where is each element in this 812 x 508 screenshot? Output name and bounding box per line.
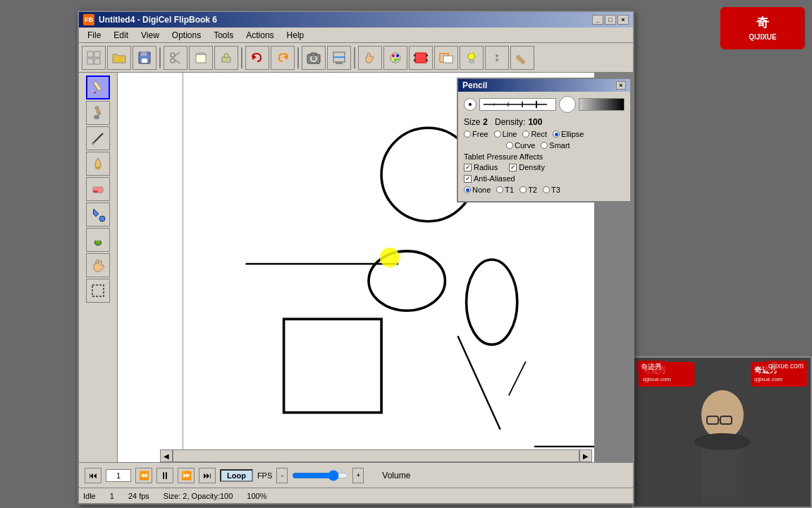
menu-options[interactable]: Options xyxy=(166,29,207,42)
title-bar: FB Untitled4 - DigiCel FlipBook 6 _ □ × xyxy=(79,12,633,28)
ink-tool[interactable] xyxy=(86,152,110,176)
toolbar-separator-1 xyxy=(159,47,161,68)
status-fps: 24 fps xyxy=(128,492,149,500)
radio-t2[interactable]: T2 xyxy=(519,186,537,194)
hand-button[interactable] xyxy=(358,46,382,70)
svg-rect-60 xyxy=(95,107,101,116)
anti-aliased-checkbox[interactable] xyxy=(464,175,472,183)
go-to-start-button[interactable]: ⏮ xyxy=(85,468,102,483)
cursor-indicator xyxy=(380,248,400,267)
undo-button[interactable] xyxy=(245,46,269,70)
menu-file[interactable]: File xyxy=(82,29,106,42)
svg-line-52 xyxy=(475,53,476,54)
folder-button[interactable] xyxy=(107,46,131,70)
radius-checkbox[interactable] xyxy=(464,164,472,171)
radio-t3[interactable]: T3 xyxy=(543,186,560,194)
close-button[interactable]: × xyxy=(617,15,629,25)
density-checkbox-item[interactable]: Density xyxy=(509,163,545,171)
brush-tool[interactable] xyxy=(86,101,110,125)
radio-line[interactable]: Line xyxy=(494,130,517,138)
stamp-button[interactable] xyxy=(214,46,238,70)
svg-rect-48 xyxy=(443,56,453,63)
maximize-button[interactable]: □ xyxy=(605,15,616,25)
status-size-opacity: Size: 2, Opacity:100 xyxy=(164,492,233,500)
webcam-overlay-right: qijixue.com xyxy=(764,361,808,371)
taper-radio-row: None T1 T2 T3 xyxy=(464,186,625,194)
more-button[interactable] xyxy=(485,46,509,70)
brush-size-visual xyxy=(479,98,556,111)
save-button[interactable] xyxy=(133,46,156,70)
radio-curve-label: Curve xyxy=(515,141,535,150)
pencil-panel-close-button[interactable]: × xyxy=(616,81,626,90)
svg-rect-32 xyxy=(311,53,316,56)
rewind-button[interactable]: ⏪ xyxy=(135,468,152,483)
svg-rect-71 xyxy=(182,73,183,472)
scan-button[interactable] xyxy=(327,46,351,70)
scroll-track[interactable] xyxy=(173,449,579,462)
minimize-button[interactable]: _ xyxy=(592,15,603,25)
grid-button[interactable] xyxy=(82,46,106,70)
pencil-tool-button[interactable] xyxy=(510,46,534,70)
menu-edit[interactable]: Edit xyxy=(108,29,134,42)
density-checkbox[interactable] xyxy=(509,164,517,171)
fps-slider[interactable] xyxy=(292,471,348,480)
menu-help[interactable]: Help xyxy=(281,29,310,42)
select-tool[interactable] xyxy=(86,279,110,303)
radio-t1[interactable]: T1 xyxy=(496,186,514,194)
pencil-tool[interactable] xyxy=(86,75,110,99)
hand-tool[interactable] xyxy=(86,253,110,277)
fps-increase-button[interactable]: + xyxy=(352,468,364,483)
radio-ellipse-circle xyxy=(553,131,560,138)
radio-smart[interactable]: Smart xyxy=(541,141,570,150)
anti-aliased-label: Anti-Aliased xyxy=(474,174,515,183)
frames-button[interactable] xyxy=(434,46,458,70)
fast-forward-button[interactable]: ⏩ xyxy=(178,468,195,483)
size-density-row: Size 2 Density: 100 xyxy=(464,117,625,127)
svg-point-39 xyxy=(394,59,397,61)
svg-rect-27 xyxy=(224,54,228,58)
svg-point-40 xyxy=(392,58,394,60)
transport-controls: ⏮ ⏪ ⏸ ⏩ ⏭ Loop FPS - + Volume xyxy=(79,462,633,488)
radio-ellipse[interactable]: Ellipse xyxy=(553,130,584,138)
film-button[interactable] xyxy=(409,46,433,70)
bulb-button[interactable] xyxy=(460,46,484,70)
menu-tools[interactable]: Tools xyxy=(208,29,239,42)
frame-number-input[interactable] xyxy=(106,469,131,482)
status-bar: Idle 1 24 fps Size: 2, Opacity:100 100% xyxy=(79,488,633,503)
radio-none[interactable]: None xyxy=(464,186,491,194)
brush-shape-small xyxy=(464,98,476,111)
toolbar-separator-3 xyxy=(297,47,299,68)
density-label: Density: xyxy=(495,117,525,127)
radio-ellipse-label: Ellipse xyxy=(561,130,584,138)
fps-decrease-button[interactable]: - xyxy=(276,468,288,483)
svg-rect-43 xyxy=(414,54,416,56)
radio-free-label: Free xyxy=(472,130,488,138)
scissors-button[interactable] xyxy=(164,46,187,70)
radio-free-circle xyxy=(464,131,471,138)
go-to-end-button[interactable]: ⏭ xyxy=(199,468,216,483)
svg-rect-66 xyxy=(93,190,98,193)
lightbox-button[interactable] xyxy=(189,46,213,70)
eraser-tool[interactable] xyxy=(86,177,110,201)
scroll-left-button[interactable]: ◀ xyxy=(160,449,173,462)
radius-checkbox-item[interactable]: Radius xyxy=(464,163,498,171)
palette-button[interactable] xyxy=(383,46,407,70)
radio-none-label: None xyxy=(472,186,491,194)
volume-label: Volume xyxy=(382,471,410,480)
scroll-right-button[interactable]: ▶ xyxy=(579,449,592,462)
radio-curve[interactable]: Curve xyxy=(506,141,535,150)
radio-free[interactable]: Free xyxy=(464,130,488,138)
menu-actions[interactable]: Actions xyxy=(240,29,279,42)
loop-button[interactable]: Loop xyxy=(220,469,253,482)
redo-button[interactable] xyxy=(271,46,295,70)
radio-t2-circle xyxy=(519,186,527,193)
camera-button[interactable] xyxy=(302,46,326,70)
menu-view[interactable]: View xyxy=(135,29,165,42)
pencil-panel: Pencil × Size 2 xyxy=(457,78,632,202)
radio-rect[interactable]: Rect xyxy=(522,130,547,138)
calligraphy-tool[interactable] xyxy=(86,126,110,150)
pause-button[interactable]: ⏸ xyxy=(156,468,173,483)
anti-aliased-checkbox-item[interactable]: Anti-Aliased xyxy=(464,174,515,183)
fill-tool[interactable] xyxy=(86,202,110,226)
smudge-tool[interactable] xyxy=(86,228,110,252)
